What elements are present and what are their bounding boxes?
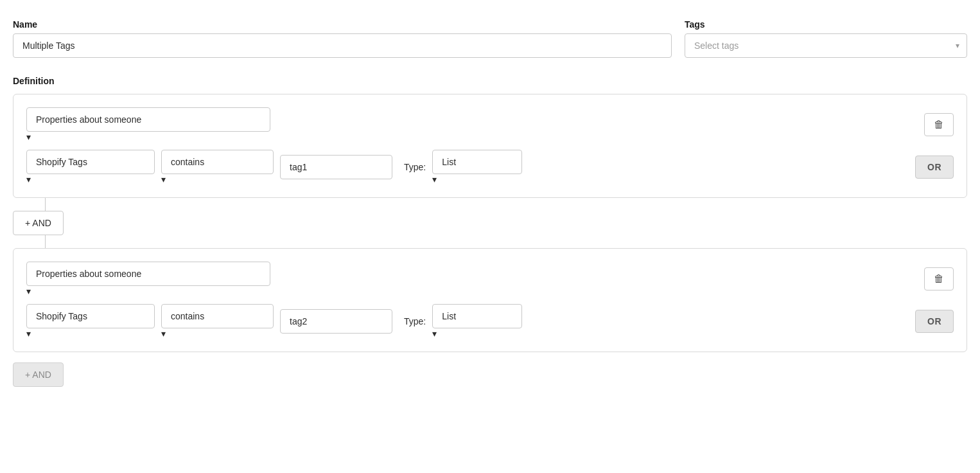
vertical-line-top xyxy=(45,198,46,211)
shopify-chevron-icon-2: ▾ xyxy=(26,328,31,339)
contains-wrapper-1: contains ▾ xyxy=(161,150,274,184)
list-select-1[interactable]: List xyxy=(432,150,522,174)
or-button-2[interactable]: OR xyxy=(915,310,954,333)
shopify-chevron-icon-1: ▾ xyxy=(26,174,31,184)
shopify-select-1[interactable]: Shopify Tags xyxy=(26,150,155,174)
name-label: Name xyxy=(13,19,672,30)
definition-label: Definition xyxy=(13,76,967,86)
list-chevron-icon-1: ▾ xyxy=(432,174,437,184)
name-field-group: Name xyxy=(13,19,672,58)
contains-chevron-icon-1: ▾ xyxy=(161,174,166,184)
condition-top-row-2: Properties about someone ▾ 🗑 xyxy=(26,262,954,296)
delete-button-1[interactable]: 🗑 xyxy=(924,113,954,136)
vertical-line-bottom xyxy=(45,235,46,248)
properties-chevron-icon-1: ▾ xyxy=(26,132,31,142)
and-button-1[interactable]: + AND xyxy=(13,211,64,235)
name-input[interactable] xyxy=(13,33,672,58)
list-select-2[interactable]: List xyxy=(432,304,522,328)
contains-chevron-icon-2: ▾ xyxy=(161,328,166,339)
condition-bottom-row-2: Shopify Tags ▾ contains ▾ Type: List ▾ O… xyxy=(26,304,954,339)
properties-select-1[interactable]: Properties about someone xyxy=(26,107,270,132)
properties-select-2[interactable]: Properties about someone xyxy=(26,262,270,286)
contains-select-2[interactable]: contains xyxy=(161,304,274,328)
top-row: Name Tags Select tags ▾ xyxy=(13,19,967,58)
blocks-container: Properties about someone ▾ 🗑 Shopify Tag… xyxy=(13,94,967,387)
tag-input-1[interactable] xyxy=(280,155,392,179)
condition-bottom-row-1: Shopify Tags ▾ contains ▾ Type: List ▾ O… xyxy=(26,150,954,184)
type-label-2: Type: xyxy=(404,316,426,326)
list-wrapper-2: List ▾ xyxy=(432,304,522,339)
and-section-1: + AND xyxy=(13,198,967,248)
tags-select[interactable]: Select tags xyxy=(685,33,967,58)
shopify-wrapper-1: Shopify Tags ▾ xyxy=(26,150,155,184)
shopify-select-2[interactable]: Shopify Tags xyxy=(26,304,155,328)
condition-block-1: Properties about someone ▾ 🗑 Shopify Tag… xyxy=(13,94,967,198)
properties-chevron-icon-2: ▾ xyxy=(26,286,31,296)
condition-top-row-1: Properties about someone ▾ 🗑 xyxy=(26,107,954,142)
tags-field-group: Tags Select tags ▾ xyxy=(685,19,967,58)
type-label-1: Type: xyxy=(404,162,426,172)
bottom-and-section: + AND xyxy=(13,362,967,387)
tags-label: Tags xyxy=(685,19,967,30)
and-button-bottom[interactable]: + AND xyxy=(13,362,64,387)
list-wrapper-1: List ▾ xyxy=(432,150,522,184)
properties-wrapper-1: Properties about someone ▾ xyxy=(26,107,270,142)
list-chevron-icon-2: ▾ xyxy=(432,328,437,339)
or-button-1[interactable]: OR xyxy=(915,156,954,179)
tag-input-2[interactable] xyxy=(280,309,392,334)
shopify-wrapper-2: Shopify Tags ▾ xyxy=(26,304,155,339)
trash-icon-1: 🗑 xyxy=(934,119,944,130)
condition-block-2: Properties about someone ▾ 🗑 Shopify Tag… xyxy=(13,248,967,352)
delete-button-2[interactable]: 🗑 xyxy=(924,267,954,290)
contains-wrapper-2: contains ▾ xyxy=(161,304,274,339)
properties-wrapper-2: Properties about someone ▾ xyxy=(26,262,270,296)
trash-icon-2: 🗑 xyxy=(934,273,944,285)
tags-select-wrapper: Select tags ▾ xyxy=(685,33,967,58)
contains-select-1[interactable]: contains xyxy=(161,150,274,174)
